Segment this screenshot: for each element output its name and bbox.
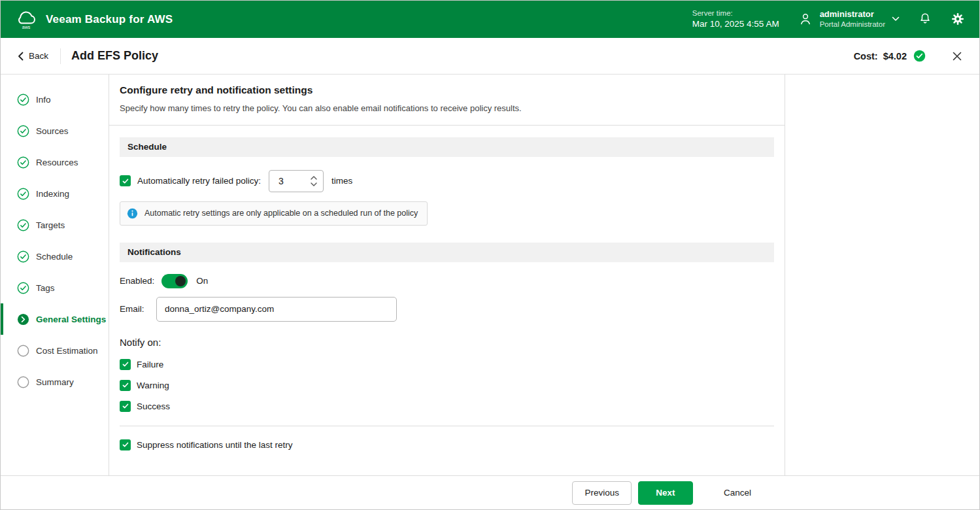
notify-option-warning: Warning xyxy=(120,380,774,391)
app-title: Veeam Backup for AWS xyxy=(46,13,173,26)
wizard-step-summary[interactable]: Summary xyxy=(1,366,109,398)
notifications-bell-icon[interactable] xyxy=(918,12,932,26)
app-window: aws Veeam Backup for AWS Server time: Ma… xyxy=(0,0,980,510)
wizard-steps-sidebar: Info Sources Resources Indexing Targets … xyxy=(1,75,109,475)
step-label: Sources xyxy=(36,126,69,136)
step-label: Schedule xyxy=(36,252,73,262)
panel-title: Configure retry and notification setting… xyxy=(120,84,774,96)
step-label: Tags xyxy=(36,283,55,293)
wizard-footer: Previous Next Cancel xyxy=(1,475,979,509)
notify-option-success: Success xyxy=(120,401,774,412)
panel-body: Schedule Automatically retry failed poli… xyxy=(109,126,785,476)
content-panel: Configure retry and notification setting… xyxy=(109,75,785,475)
suppress-row: Suppress notifications until the last re… xyxy=(120,439,774,450)
step-label: General Settings xyxy=(36,314,106,324)
warning-label: Warning xyxy=(137,381,169,390)
step-current-icon xyxy=(17,313,29,326)
email-row: Email: xyxy=(120,297,774,322)
success-label: Success xyxy=(137,401,170,411)
back-button[interactable]: Back xyxy=(15,47,51,65)
page-title: Add EFS Policy xyxy=(71,49,158,63)
step-done-icon xyxy=(17,282,29,294)
notify-on-label: Notify on: xyxy=(120,337,774,348)
chevron-down-icon xyxy=(892,16,900,22)
retry-count-value[interactable]: 3 xyxy=(269,176,311,186)
server-time-value: Mar 10, 2025 4:55 AM xyxy=(692,18,779,31)
previous-button[interactable]: Previous xyxy=(572,481,632,505)
stepper-down-icon[interactable] xyxy=(311,182,317,186)
failure-label: Failure xyxy=(137,360,163,369)
wizard-step-cost-estimation[interactable]: Cost Estimation xyxy=(1,335,109,366)
retry-info-text: Automatic retry settings are only applic… xyxy=(144,209,418,218)
server-time: Server time: Mar 10, 2025 4:55 AM xyxy=(692,8,779,31)
wizard-step-sources[interactable]: Sources xyxy=(1,115,109,146)
wizard-step-indexing[interactable]: Indexing xyxy=(1,178,109,209)
cost-label: Cost: xyxy=(854,51,878,61)
schedule-section-header: Schedule xyxy=(120,137,774,157)
wizard-toolbar: Back Add EFS Policy Cost: $4.02 xyxy=(1,38,979,75)
notifications-toggle[interactable] xyxy=(161,274,188,288)
step-done-icon xyxy=(17,156,29,169)
wizard-step-schedule[interactable]: Schedule xyxy=(1,241,109,272)
step-done-icon xyxy=(17,188,29,200)
suppress-label: Suppress notifications until the last re… xyxy=(137,440,293,450)
step-label: Indexing xyxy=(36,189,69,199)
step-done-icon xyxy=(17,250,29,263)
info-icon xyxy=(127,208,138,219)
next-button[interactable]: Next xyxy=(638,481,693,505)
main-area: Info Sources Resources Indexing Targets … xyxy=(1,75,979,475)
header-right: Server time: Mar 10, 2025 4:55 AM admini… xyxy=(692,8,965,31)
notify-option-failure: Failure xyxy=(120,359,774,370)
retry-suffix: times xyxy=(331,176,352,186)
chevron-left-icon xyxy=(18,52,24,61)
enabled-label: Enabled: xyxy=(120,276,154,286)
user-icon xyxy=(798,11,813,27)
stepper-up-icon[interactable] xyxy=(311,176,317,180)
panel-header: Configure retry and notification setting… xyxy=(109,75,785,126)
cost-ok-icon xyxy=(913,50,926,62)
step-label: Info xyxy=(36,95,51,105)
retry-label: Automatically retry failed policy: xyxy=(137,176,261,186)
step-label: Summary xyxy=(36,377,74,387)
email-input[interactable] xyxy=(156,297,397,322)
wizard-step-tags[interactable]: Tags xyxy=(1,272,109,303)
wizard-step-info[interactable]: Info xyxy=(1,84,109,115)
brand: aws Veeam Backup for AWS xyxy=(15,10,173,29)
panel-subtitle: Specify how many times to retry the poli… xyxy=(120,102,541,115)
close-icon[interactable] xyxy=(949,48,965,64)
enabled-row: Enabled: On xyxy=(120,274,774,288)
back-label: Back xyxy=(29,51,48,61)
user-menu[interactable]: administrator Portal Administrator xyxy=(798,9,900,30)
success-checkbox[interactable] xyxy=(120,401,131,412)
veeam-logo-icon: aws xyxy=(15,10,37,29)
step-done-icon xyxy=(17,125,29,137)
retry-row: Automatically retry failed policy: 3 tim… xyxy=(120,170,774,192)
notifications-section-header: Notifications xyxy=(120,243,774,262)
step-done-icon xyxy=(17,94,29,106)
retry-checkbox[interactable] xyxy=(120,175,131,186)
section-divider xyxy=(120,426,774,426)
suppress-checkbox[interactable] xyxy=(120,439,131,450)
notify-options-list: Failure Warning Success xyxy=(120,359,774,412)
settings-gear-icon[interactable] xyxy=(951,12,965,26)
step-label: Cost Estimation xyxy=(36,346,98,356)
cancel-button[interactable]: Cancel xyxy=(712,481,763,505)
toggle-knob xyxy=(175,276,186,286)
step-label: Resources xyxy=(36,158,78,167)
retry-count-stepper[interactable]: 3 xyxy=(269,170,324,192)
toolbar-divider xyxy=(60,48,61,64)
app-header: aws Veeam Backup for AWS Server time: Ma… xyxy=(1,1,979,38)
cost-value: $4.02 xyxy=(883,51,907,61)
warning-checkbox[interactable] xyxy=(120,380,131,391)
user-role: Portal Administrator xyxy=(820,20,885,29)
right-gutter xyxy=(785,75,979,475)
user-name: administrator xyxy=(820,9,885,20)
wizard-step-targets[interactable]: Targets xyxy=(1,209,109,241)
toolbar-right: Cost: $4.02 xyxy=(854,48,965,64)
stepper-controls xyxy=(311,176,323,186)
wizard-step-general-settings[interactable]: General Settings xyxy=(1,303,109,335)
failure-checkbox[interactable] xyxy=(120,359,131,370)
wizard-step-resources[interactable]: Resources xyxy=(1,146,109,178)
svg-text:aws: aws xyxy=(22,24,31,29)
email-label: Email: xyxy=(120,304,149,314)
